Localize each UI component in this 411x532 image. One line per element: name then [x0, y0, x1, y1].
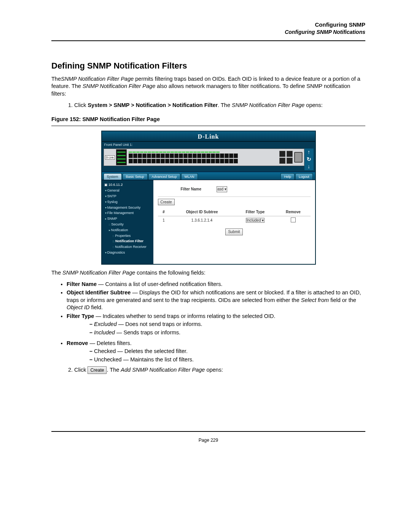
b2-em2: Object ID: [67, 304, 89, 310]
step1-after: . The: [218, 102, 232, 108]
b4-text: — Deletes filters.: [88, 340, 131, 346]
arrow-down-icon[interactable]: ↓: [307, 163, 310, 170]
sfp-ports: [279, 151, 293, 164]
tab-basic-setup[interactable]: Basic Setup: [123, 173, 148, 180]
bullet-filter-name: Filter Name — Contains a list of user-de…: [67, 281, 365, 288]
tree-security[interactable]: Security: [109, 222, 153, 227]
step1-em: SNMP Notification Filter Page: [232, 102, 304, 108]
filters-table: # Object ID Subtree Filter Type Remove 1…: [158, 208, 311, 225]
step1-lead: Click: [74, 102, 88, 108]
filter-type-sublist: Excluded — Does not send traps or inform…: [67, 321, 365, 336]
b1-text: — Contains a list of user-defined notifi…: [97, 281, 222, 287]
sub-excluded: Excluded — Does not send traps or inform…: [89, 321, 365, 328]
step2-after: . The: [107, 367, 121, 373]
arrow-up-icon[interactable]: ↑: [307, 149, 310, 156]
b4-bold: Remove: [67, 340, 88, 346]
step2-tail: opens:: [205, 367, 223, 373]
step-2: Click Create. The Add SNMP Notification …: [74, 366, 365, 374]
bullet-oid-subtree: Object Identifier Subtree — Displays the…: [67, 289, 365, 312]
sidebar-tree: ▣ 10.6.11.2 General SNTP Syslog Manageme…: [102, 180, 153, 264]
tree-file-mgmt[interactable]: File Management: [105, 210, 153, 216]
tree-root-ip[interactable]: ▣ 10.6.11.2: [102, 182, 153, 188]
b2-tail: field.: [89, 304, 103, 310]
tab-logout[interactable]: Logout: [295, 173, 313, 180]
col-num: #: [158, 208, 170, 216]
port-row-leds: [129, 152, 277, 153]
tab-help[interactable]: Help: [280, 173, 295, 180]
ethernet-ports: [128, 151, 278, 163]
tree-general[interactable]: General: [105, 188, 153, 193]
tree-notification-filter[interactable]: Notification Filter: [113, 238, 153, 244]
cell-oid: 1.3.6.1.2.1.4: [170, 216, 234, 225]
tab-wlan[interactable]: WLAN: [181, 173, 198, 180]
cell-num: 1: [158, 216, 170, 225]
after-figure-text: The SNMP Notification Filter Page contai…: [51, 269, 365, 277]
b2-mid: field or the: [329, 297, 356, 303]
create-button-inline[interactable]: Create: [88, 366, 107, 374]
step1-tail: opens:: [304, 102, 323, 108]
after-pre: The: [51, 270, 62, 276]
remove-sublist: Checked — Deletes the selected filter. U…: [67, 348, 365, 363]
sub-checked: Checked — Deletes the selected filter.: [89, 348, 365, 355]
cell-type: Included ▾: [234, 216, 276, 225]
intro-paragraph: TheSNMP Notification Filter Page permits…: [51, 75, 365, 98]
intro-text: The: [51, 76, 61, 82]
filter-type-value: Included: [247, 218, 261, 222]
col-type: Filter Type: [234, 208, 276, 216]
front-panel-label: Front Panel Unit 1:: [102, 142, 315, 148]
device-row: D-Link: [102, 148, 315, 172]
refresh-icon[interactable]: ↻: [307, 156, 311, 163]
port-row-bottom: [129, 159, 277, 163]
step2-em: Add SNMP Notification Filter Page: [121, 367, 205, 373]
port-row-top: [129, 153, 277, 158]
figure-rule-top: [51, 126, 365, 126]
tree-snmp[interactable]: SNMP: [105, 216, 153, 222]
b1-bold: Filter Name: [67, 281, 97, 287]
tab-advanced-setup[interactable]: Advanced Setup: [148, 173, 180, 180]
b3a-em: Excluded: [94, 321, 117, 327]
switch-device-image: D-Link: [104, 149, 304, 166]
col-oid: Object ID Subtree: [170, 208, 234, 216]
col-remove: Remove: [276, 208, 310, 216]
bullet-filter-type: Filter Type — Indicates whether to send …: [67, 313, 365, 337]
remove-checkbox[interactable]: [291, 217, 296, 222]
tree-root-label: 10.6.11.2: [108, 183, 123, 187]
embedded-screenshot: D-Link Front Panel Unit 1: D-Link: [101, 131, 316, 265]
tab-system[interactable]: System: [104, 173, 122, 180]
bullet-remove: Remove — Deletes filters. Checked — Dele…: [67, 340, 365, 364]
b3-text: — Indicates whether to send traps or inf…: [94, 313, 275, 319]
figure-caption: Figure 152: SNMP Notification Filter Pag…: [51, 116, 365, 123]
sub-unchecked: Unchecked — Maintains the list of filter…: [89, 356, 365, 364]
tree-notification-receiver[interactable]: Notification Receiver: [113, 244, 153, 250]
cell-remove: [276, 216, 310, 225]
b2-em1: Select from: [301, 297, 329, 303]
page-footer: Page 229: [51, 435, 365, 443]
after-tail: contains the following fields:: [135, 270, 206, 276]
tree-diagnostics[interactable]: Diagnostics: [105, 250, 153, 256]
filter-type-select[interactable]: Included ▾: [246, 218, 265, 223]
header-rule: [51, 40, 365, 41]
device-brand-label: D-Link: [105, 155, 115, 160]
header-subtitle: Configuring SNMP Notifications: [51, 29, 365, 36]
field-bullets: Filter Name — Contains a list of user-de…: [51, 281, 365, 364]
step-1: Click System > SNMP > Notification > Not…: [74, 102, 365, 109]
steps-list: Click System > SNMP > Notification > Not…: [51, 102, 365, 109]
create-button[interactable]: Create: [158, 199, 175, 206]
tree-properties[interactable]: Properties: [113, 233, 153, 239]
panel-nav-arrows[interactable]: ↑ ↻ ↓: [304, 149, 314, 170]
submit-button[interactable]: Submit: [225, 228, 242, 235]
submit-row: Submit: [158, 225, 311, 237]
b3-bold: Filter Type: [67, 313, 94, 319]
brand-bar: D-Link: [102, 131, 315, 142]
tree-syslog[interactable]: Syslog: [105, 199, 153, 205]
table-header-row: # Object ID Subtree Filter Type Remove: [158, 208, 311, 216]
table-row: 1 1.3.6.1.2.1.4 Included ▾: [158, 216, 311, 225]
tree-notification[interactable]: Notification: [109, 227, 153, 233]
tree-sntp[interactable]: SNTP: [105, 193, 153, 199]
tree-mgmt-security[interactable]: Management Security: [105, 205, 153, 211]
step1-bold: System > SNMP > Notification > Notificat…: [88, 102, 218, 108]
filter-name-select[interactable]: asd ▾: [217, 186, 227, 192]
content-pane: Filter Name asd ▾ Create # Object ID Sub…: [153, 180, 315, 264]
steps-list-2: Click Create. The Add SNMP Notification …: [51, 366, 365, 374]
filter-name-value: asd: [217, 187, 223, 191]
